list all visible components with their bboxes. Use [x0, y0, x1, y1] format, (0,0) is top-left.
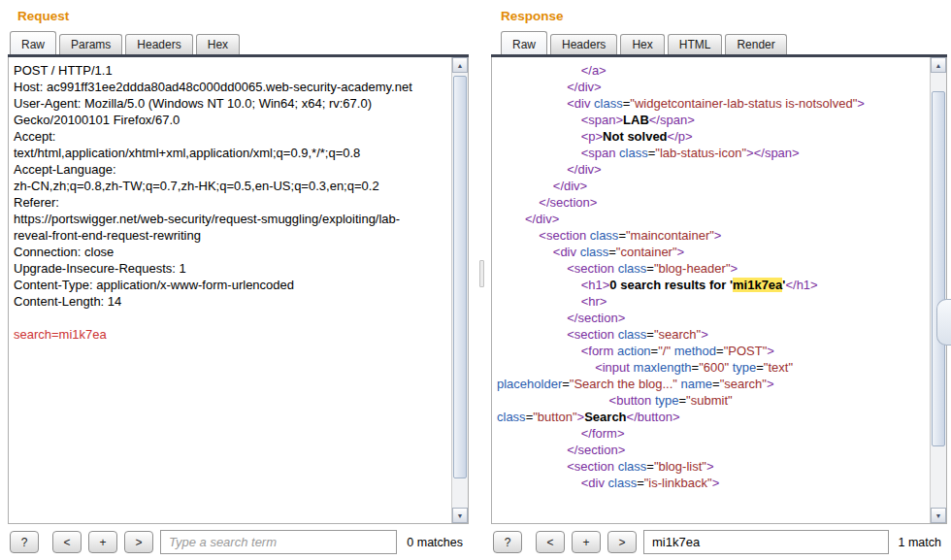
- request-next-match-button[interactable]: >: [124, 531, 153, 553]
- response-editor[interactable]: </a> </div> <div class="widgetcontainer-…: [491, 57, 947, 524]
- response-line: <section class="blog-header">: [497, 260, 929, 277]
- request-line: Gecko/20100101 Firefox/67.0: [14, 112, 450, 128]
- response-line: </form>: [497, 425, 929, 442]
- request-line: Accept:: [14, 128, 450, 145]
- response-line: </div>: [497, 211, 929, 227]
- response-line: <div class="container">: [497, 244, 929, 260]
- response-match-count: 1 match: [889, 536, 945, 549]
- response-line: <section class="search">: [497, 326, 929, 343]
- request-scroll-track[interactable]: [452, 74, 468, 507]
- panel-splitter[interactable]: [475, 0, 489, 560]
- panel-splitter-grip[interactable]: [479, 260, 484, 287]
- response-line: </div>: [497, 79, 929, 95]
- response-help-button[interactable]: ?: [493, 531, 522, 553]
- request-panel-title: Request: [8, 0, 469, 30]
- request-line: search=mi1k7ea: [14, 326, 450, 343]
- request-line: Referer:: [14, 194, 450, 211]
- request-match-count: 0 matches: [397, 536, 467, 549]
- response-tab-hex[interactable]: Hex: [620, 34, 664, 54]
- response-scroll-thumb[interactable]: [932, 91, 945, 446]
- request-add-term-button[interactable]: +: [88, 531, 117, 553]
- response-tab-headers[interactable]: Headers: [550, 34, 617, 54]
- request-editor[interactable]: POST / HTTP/1.1Host: ac991ff31ee2ddda80a…: [8, 57, 469, 524]
- request-tab-headers[interactable]: Headers: [125, 34, 192, 54]
- response-line: <button type="submit": [497, 392, 929, 409]
- response-line: <span>LAB</span>: [497, 112, 929, 128]
- response-tab-raw[interactable]: Raw: [501, 31, 547, 54]
- response-line: <section class="blog-list">: [497, 458, 929, 475]
- request-tab-params[interactable]: Params: [59, 34, 122, 54]
- response-line: </a>: [497, 62, 929, 79]
- request-line: Host: ac991ff31ee2ddda80ad48c000dd0065.w…: [14, 79, 450, 95]
- response-line: <div class="widgetcontainer-lab-status i…: [497, 95, 929, 112]
- response-scroll-track[interactable]: [931, 74, 946, 507]
- response-line: <h1>0 search results for 'mi1k7ea'</h1>: [497, 277, 929, 293]
- request-line: Content-Length: 14: [14, 293, 450, 310]
- scroll-up-icon[interactable]: ▲: [931, 57, 946, 73]
- response-scrollbar[interactable]: ▲ ▼: [930, 57, 946, 523]
- request-panel: Request RawParamsHeadersHex POST / HTTP/…: [0, 0, 475, 560]
- request-line: User-Agent: Mozilla/5.0 (Windows NT 10.0…: [14, 95, 450, 112]
- response-line: <input maxlength="600" type="text": [497, 359, 929, 376]
- scroll-up-icon[interactable]: ▲: [452, 57, 468, 73]
- response-line: <div class="is-linkback">: [497, 475, 929, 491]
- response-line: </section>: [497, 194, 929, 211]
- response-search-input[interactable]: [643, 530, 889, 554]
- request-line: Content-Type: application/x-www-form-url…: [14, 277, 450, 293]
- request-help-button[interactable]: ?: [10, 531, 39, 553]
- request-scroll-thumb[interactable]: [453, 76, 467, 478]
- response-editor-content[interactable]: </a> </div> <div class="widgetcontainer-…: [492, 57, 930, 523]
- response-line: </div>: [497, 161, 929, 178]
- response-line: <p>Not solved</p>: [497, 128, 929, 145]
- request-scrollbar[interactable]: ▲ ▼: [451, 57, 468, 523]
- request-editor-content[interactable]: POST / HTTP/1.1Host: ac991ff31ee2ddda80a…: [9, 57, 451, 523]
- response-line: placeholder="Search the blog..." name="s…: [497, 376, 929, 392]
- response-line: </section>: [497, 442, 929, 458]
- response-add-term-button[interactable]: +: [572, 531, 601, 553]
- response-next-match-button[interactable]: >: [607, 531, 637, 553]
- response-line: <form action="/" method="POST">: [497, 343, 929, 359]
- request-search-bar: ? < + > 0 matches: [8, 524, 469, 560]
- response-line: <section class="maincontainer">: [497, 227, 929, 244]
- request-line: Connection: close: [14, 244, 450, 260]
- request-tab-hex[interactable]: Hex: [196, 34, 240, 54]
- request-tab-raw[interactable]: Raw: [10, 31, 56, 54]
- response-line: class="button">Search</button>: [497, 409, 929, 425]
- request-line: POST / HTTP/1.1: [14, 62, 450, 79]
- response-search-bar: ? < + > 1 match: [491, 524, 947, 560]
- request-line: [14, 310, 450, 326]
- request-line: zh-CN,zh;q=0.8,zh-TW;q=0.7,zh-HK;q=0.5,e…: [14, 178, 450, 194]
- scroll-down-icon[interactable]: ▼: [931, 508, 946, 523]
- request-prev-match-button[interactable]: <: [52, 531, 82, 553]
- response-tabs: RawHeadersHexHTMLRender: [491, 30, 947, 54]
- response-tab-render[interactable]: Render: [725, 34, 786, 54]
- response-line: <span class="lab-status-icon"></span>: [497, 145, 929, 161]
- response-line: </section>: [497, 310, 929, 326]
- request-line: text/html,application/xhtml+xml,applicat…: [14, 145, 450, 161]
- request-line: Upgrade-Insecure-Requests: 1: [14, 260, 450, 277]
- request-search-input[interactable]: [160, 530, 397, 554]
- request-tabs: RawParamsHeadersHex: [8, 30, 469, 54]
- request-line: Accept-Language:: [14, 161, 450, 178]
- response-tab-html[interactable]: HTML: [668, 34, 723, 54]
- response-panel: Response RawHeadersHexHTMLRender </a> </…: [489, 0, 951, 560]
- response-line: <hr>: [497, 293, 929, 310]
- request-line: https://portswigger.net/web-security/req…: [14, 211, 450, 227]
- request-line: reveal-front-end-request-rewriting: [14, 227, 450, 244]
- response-prev-match-button[interactable]: <: [536, 531, 565, 553]
- response-panel-title: Response: [491, 0, 947, 30]
- scroll-down-icon[interactable]: ▼: [452, 508, 468, 523]
- panel-expand-handle[interactable]: [936, 299, 951, 346]
- response-line: </div>: [497, 178, 929, 194]
- repeater-view: Request RawParamsHeadersHex POST / HTTP/…: [0, 0, 951, 560]
